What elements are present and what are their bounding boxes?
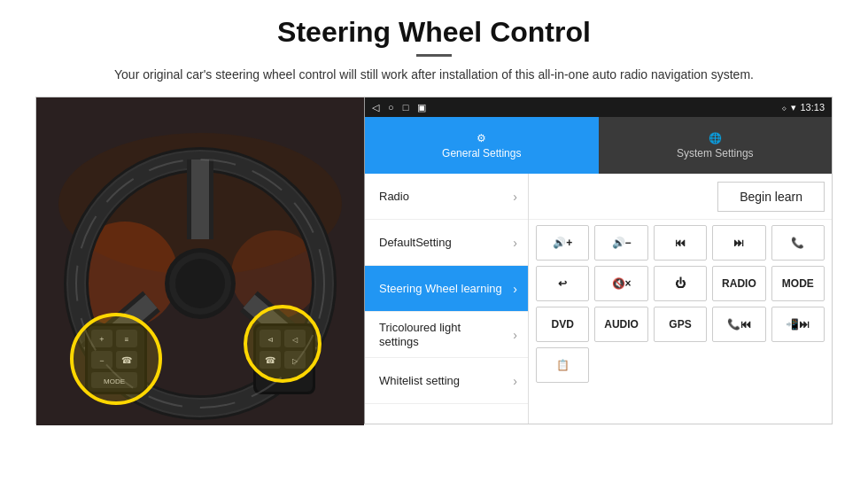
vol-up-icon: 🔊+ [553,237,572,249]
vol-down-button[interactable]: 🔊− [594,225,647,261]
location-icon: ⬦ [781,102,787,113]
playlist-icon: 📋 [556,359,570,371]
phone-next-icon: 📲⏭ [786,318,810,331]
settings-tabs: ⚙ General Settings 🌐 System Settings [365,117,832,174]
control-buttons-area: 🔊+ 🔊− ⏮ ⏭ 📞 [529,220,832,424]
prev-track-icon: ⏮ [675,237,686,249]
control-panel: Begin learn 🔊+ 🔊− [529,174,832,424]
begin-learn-row: Begin learn [529,174,832,220]
clock: 13:13 [800,102,825,113]
vol-down-icon: 🔊− [612,237,632,249]
control-row-1: 🔊+ 🔊− ⏮ ⏭ 📞 [536,225,825,261]
system-settings-icon: 🌐 [709,132,722,144]
audio-button[interactable]: AUDIO [594,307,647,342]
status-bar: ◁ ○ □ ▣ ⬦ ▾ 13:13 [365,97,832,117]
mute-button[interactable]: 🔇× [594,266,647,301]
general-settings-icon: ⚙ [477,132,486,144]
phone-next-button[interactable]: 📲⏭ [771,307,825,342]
tab-general[interactable]: ⚙ General Settings [365,117,599,174]
svg-point-40 [245,307,320,381]
power-icon: ⏻ [675,277,686,290]
dvd-label: DVD [552,318,574,331]
title-divider [416,54,452,57]
radio-label: RADIO [722,277,756,290]
chevron-icon: › [513,328,517,342]
gps-label: GPS [669,318,691,331]
svg-point-39 [72,315,160,403]
back-icon[interactable]: ◁ [372,102,379,113]
phone-icon: 📞 [791,237,804,249]
chevron-icon: › [513,374,517,388]
content-area: + ≡ − ☎ MODE ⊲ ◁ ☎ ▷ [35,97,833,424]
phone-button[interactable]: 📞 [771,225,825,261]
nav-icons: ◁ ○ □ ▣ [372,102,426,113]
phone-prev-icon: 📞⏮ [727,318,751,331]
mode-button[interactable]: MODE [771,266,825,301]
menu-item-defaultsetting[interactable]: DefaultSetting › [365,220,528,266]
home-icon[interactable]: ○ [388,102,394,113]
next-track-button[interactable]: ⏭ [712,225,765,261]
android-ui-panel: ◁ ○ □ ▣ ⬦ ▾ 13:13 ⚙ General Settings [364,97,832,424]
call-end-icon: ↩ [558,277,567,290]
chevron-icon: › [513,282,517,296]
screenshot-icon[interactable]: ▣ [417,102,426,113]
menu-item-tricoloured-label: Tricoloured lightsettings [379,321,461,348]
menu-item-default-label: DefaultSetting [379,236,452,250]
control-row-3: DVD AUDIO GPS 📞⏮ [536,307,825,342]
control-row-4: 📋 [536,347,825,383]
menu-item-tricoloured[interactable]: Tricoloured lightsettings › [365,312,528,358]
control-row-2: ↩ 🔇× ⏻ RADIO MO [536,266,825,301]
menu-list: Radio › DefaultSetting › Steering Wheel … [365,174,529,424]
next-track-icon: ⏭ [733,237,744,249]
audio-label: AUDIO [604,318,639,331]
vol-up-button[interactable]: 🔊+ [536,225,589,261]
menu-item-steering-wheel[interactable]: Steering Wheel learning › [365,266,528,312]
menu-item-whitelist-label: Whitelist setting [379,374,460,388]
recents-icon[interactable]: □ [403,102,409,113]
begin-learn-button[interactable]: Begin learn [717,182,825,212]
tab-system-label: System Settings [677,147,754,160]
menu-item-radio-label: Radio [379,190,409,204]
tab-general-label: General Settings [442,147,521,160]
signal-icon: ▾ [791,102,796,113]
tab-system[interactable]: 🌐 System Settings [599,117,833,174]
svg-point-15 [175,259,225,308]
menu-item-whitelist[interactable]: Whitelist setting › [365,358,528,404]
prev-track-button[interactable]: ⏮ [654,225,707,261]
chevron-icon: › [513,236,517,250]
page-title: Steering Wheel Control [35,16,833,49]
chevron-icon: › [513,190,517,204]
menu-item-steering-label: Steering Wheel learning [379,282,502,296]
radio-button[interactable]: RADIO [712,266,765,301]
status-right: ⬦ ▾ 13:13 [781,102,825,113]
menu-container: Radio › DefaultSetting › Steering Wheel … [365,174,832,424]
power-button[interactable]: ⏻ [654,266,707,301]
dvd-button[interactable]: DVD [536,307,589,342]
steering-wheel-image: + ≡ − ☎ MODE ⊲ ◁ ☎ ▷ [36,97,364,425]
page-subtitle: Your original car's steering wheel contr… [35,66,833,84]
call-end-button[interactable]: ↩ [536,266,589,301]
phone-prev-button[interactable]: 📞⏮ [712,307,765,342]
playlist-button[interactable]: 📋 [536,347,589,383]
mode-label: MODE [782,277,814,290]
gps-button[interactable]: GPS [654,307,707,342]
mute-icon: 🔇× [612,277,632,290]
menu-item-radio[interactable]: Radio › [365,174,528,220]
